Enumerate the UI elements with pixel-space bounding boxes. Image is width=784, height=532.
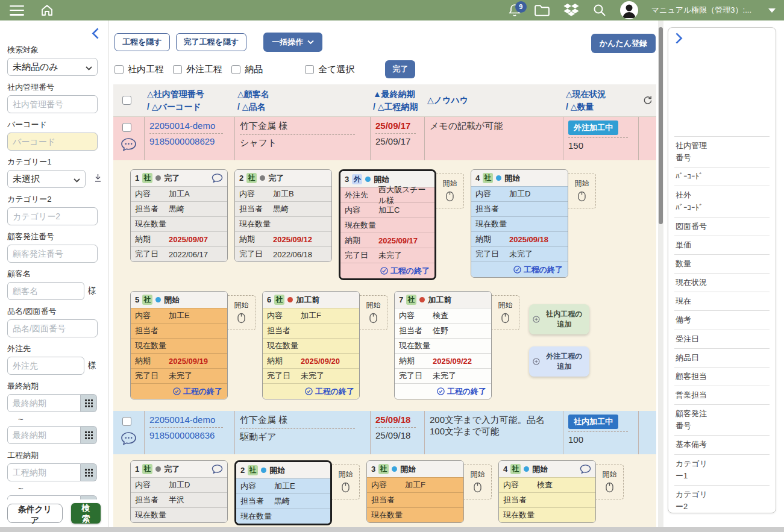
- hide-completed-button[interactable]: 完了工程を隠す: [176, 33, 247, 51]
- calendar-icon[interactable]: [81, 394, 97, 412]
- account-caret-icon[interactable]: [768, 8, 776, 13]
- sort-label2[interactable]: / △バーコード: [147, 101, 233, 113]
- process-card[interactable]: 3外開始外注先西大阪スチール様内容加工C現在数量納期2025/09/17完了日未…: [339, 169, 436, 280]
- folder-icon[interactable]: [534, 4, 550, 17]
- management-no-link[interactable]: 22050014-demo: [149, 415, 215, 425]
- comment-bubble-icon[interactable]: [212, 464, 223, 474]
- column-header-3[interactable]: △ノウハウ: [425, 94, 563, 106]
- start-process-tab[interactable]: 開始: [596, 465, 624, 499]
- add-external-process-button[interactable]: 外注工程の追加: [529, 346, 589, 377]
- date-input[interactable]: [7, 394, 81, 412]
- order-checkbox[interactable]: [122, 417, 131, 426]
- filter-input-7[interactable]: [7, 319, 98, 337]
- select-all-checkbox[interactable]: [122, 96, 131, 105]
- checkbox-1[interactable]: 外注工程: [173, 64, 222, 75]
- bulk-actions-button[interactable]: 一括操作: [263, 33, 322, 52]
- search-icon[interactable]: [592, 3, 607, 17]
- search-button[interactable]: 検索: [71, 503, 101, 524]
- sort-label[interactable]: ▲最終納期: [373, 88, 422, 100]
- start-process-tab[interactable]: 開始: [436, 174, 464, 208]
- start-process-tab[interactable]: 開始: [332, 465, 360, 499]
- start-process-tab[interactable]: 開始: [228, 295, 256, 330]
- process-card[interactable]: 2社完了内容加工B担当者黒崎現在数量納期2025/09/12完了日2022/06…: [234, 169, 332, 262]
- start-process-tab[interactable]: 開始: [464, 465, 492, 499]
- user-avatar[interactable]: [620, 1, 638, 19]
- process-card[interactable]: 7社加工前内容検査担当者佐野現在数量納期2025/09/22完了日未完了工程の終…: [394, 291, 492, 399]
- filter-input-2[interactable]: [7, 133, 98, 151]
- panel-expand-icon[interactable]: [674, 33, 683, 46]
- filter-input-4[interactable]: [7, 207, 98, 225]
- sort-label2[interactable]: / △品名: [237, 101, 368, 113]
- process-card[interactable]: 4社開始内容加工D担当者現在数量納期2025/09/18完了日未完了工程の終了: [471, 169, 568, 278]
- process-card[interactable]: 6社加工前内容加工F担当者現在数量納期2025/09/20完了日未完了工程の終了: [262, 291, 360, 399]
- date-input[interactable]: [7, 495, 81, 499]
- scrollbar-thumb[interactable]: [659, 27, 663, 224]
- process-card[interactable]: 1社完了内容加工D担当者半沢現在数量: [130, 460, 228, 523]
- filter-input-5[interactable]: [7, 245, 98, 263]
- end-process-link[interactable]: 工程の終了: [263, 383, 359, 399]
- date-input[interactable]: [7, 463, 81, 481]
- menu-icon[interactable]: [10, 5, 24, 16]
- category1-select[interactable]: 未選択: [7, 170, 86, 188]
- vertical-scrollbar[interactable]: [658, 20, 663, 527]
- refresh-icon[interactable]: [639, 95, 656, 105]
- home-icon[interactable]: [40, 3, 54, 17]
- card-field-row: 完了日未完了: [131, 368, 227, 383]
- comment-bubble-icon[interactable]: [121, 137, 137, 154]
- process-card[interactable]: 1社完了内容加工A担当者黒崎現在数量納期2025/09/07完了日2022/06…: [130, 169, 228, 262]
- hide-process-button[interactable]: 工程を隠す: [114, 33, 170, 51]
- dropbox-icon[interactable]: [563, 4, 579, 17]
- process-card[interactable]: 4社開始内容検査担当者現在数量: [498, 460, 596, 523]
- checkbox-box[interactable]: [305, 65, 314, 74]
- date-input[interactable]: [7, 426, 81, 444]
- comment-bubble-icon[interactable]: [121, 431, 137, 448]
- checkbox-3[interactable]: 全て選択: [305, 64, 354, 75]
- checkbox-box[interactable]: [114, 65, 124, 74]
- end-process-link[interactable]: 工程の終了: [395, 383, 491, 399]
- column-header-2[interactable]: ▲最終納期/ △工程納期: [371, 88, 425, 113]
- search-target-select[interactable]: 未納品のみ: [7, 58, 98, 76]
- management-no-link[interactable]: 22050014-demo: [149, 120, 215, 131]
- end-process-link[interactable]: 工程の終了: [471, 261, 568, 277]
- checkbox-2[interactable]: 納品: [231, 64, 263, 75]
- sort-label2[interactable]: / △数量: [566, 101, 636, 113]
- start-process-tab[interactable]: 開始: [360, 295, 387, 330]
- quick-register-button[interactable]: かんたん登録: [591, 34, 656, 53]
- column-header-4[interactable]: △現在状況/ △数量: [563, 88, 639, 113]
- checkbox-box[interactable]: [231, 65, 240, 74]
- comment-bubble-icon[interactable]: [580, 464, 591, 474]
- process-card[interactable]: 5社開始内容加工E担当者現在数量納期2025/09/19完了日未完了工程の終了: [130, 291, 228, 399]
- sort-label[interactable]: △現在状況: [566, 88, 636, 100]
- filter-input-1[interactable]: [7, 95, 98, 113]
- add-internal-process-button[interactable]: 社内工程の追加: [529, 304, 589, 334]
- sort-label[interactable]: △顧客名: [237, 88, 368, 100]
- start-process-tab[interactable]: 開始: [568, 174, 596, 208]
- column-header-0[interactable]: △社内管理番号/ △バーコード: [145, 88, 235, 113]
- clear-conditions-button[interactable]: 条件クリア: [7, 504, 63, 523]
- column-header-1[interactable]: △顧客名/ △品名: [235, 88, 371, 113]
- complete-button[interactable]: 完了: [385, 60, 415, 78]
- order-checkbox[interactable]: [122, 123, 131, 132]
- calendar-icon[interactable]: [81, 426, 97, 444]
- process-card[interactable]: 2社開始内容加工E担当者黒崎現在数量: [234, 460, 332, 525]
- horizontal-scrollbar[interactable]: [0, 527, 784, 532]
- calendar-icon[interactable]: [81, 463, 97, 481]
- checkbox-0[interactable]: 社内工程: [114, 64, 164, 75]
- barcode-link[interactable]: 9185000008636: [149, 430, 215, 440]
- filter-input-6[interactable]: [7, 282, 84, 300]
- end-process-link[interactable]: 工程の終了: [131, 383, 227, 399]
- barcode-link[interactable]: 9185000008629: [149, 136, 215, 146]
- notifications-bell-icon[interactable]: 9: [509, 4, 521, 17]
- sort-label[interactable]: △ノウハウ: [427, 94, 561, 106]
- sort-label2[interactable]: / △工程納期: [373, 101, 422, 113]
- checkbox-box[interactable]: [173, 65, 182, 74]
- calendar-icon[interactable]: [81, 495, 97, 499]
- process-card[interactable]: 3社開始内容加工F担当者現在数量: [366, 460, 464, 523]
- account-menu[interactable]: マニュアル権限（管理3）:...: [651, 5, 751, 16]
- filter-input-8[interactable]: [7, 357, 84, 375]
- end-process-link[interactable]: 工程の終了: [340, 263, 434, 278]
- sort-label[interactable]: △社内管理番号: [147, 88, 233, 100]
- comment-bubble-icon[interactable]: [212, 173, 223, 183]
- start-process-tab[interactable]: 開始: [492, 295, 519, 330]
- pull-down-icon[interactable]: [94, 174, 102, 185]
